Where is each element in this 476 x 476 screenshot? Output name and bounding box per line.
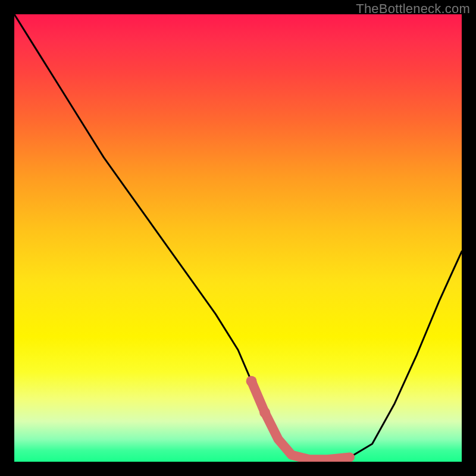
chart-svg (14, 14, 462, 462)
chart-frame: TheBottleneck.com (0, 0, 476, 476)
optimal-range-highlight (252, 381, 350, 460)
optimal-marker-dot (246, 376, 257, 387)
bottleneck-curve (14, 14, 462, 459)
optimal-marker-dot (259, 407, 270, 418)
gradient-plot-area (14, 14, 462, 462)
